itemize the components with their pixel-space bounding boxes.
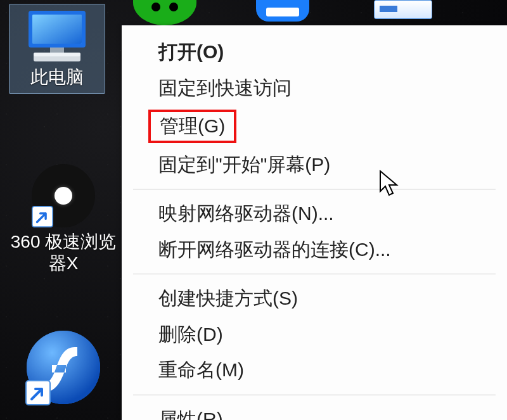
svg-rect-2	[32, 15, 82, 44]
menu-item-pin-quick-access[interactable]: 固定到快速访问	[122, 70, 507, 106]
menu-item-map-drive[interactable]: 映射网络驱动器(N)...	[122, 196, 507, 232]
context-menu: 打开(O) 固定到快速访问 管理(G) 固定到"开始"屏幕(P) 映射网络驱动器…	[122, 25, 507, 420]
wechat-icon[interactable]	[133, 0, 196, 25]
menu-separator	[133, 274, 496, 274]
menu-separator	[133, 189, 496, 189]
app-icon[interactable]	[374, 0, 432, 19]
desktop-icon-label: 360 极速浏览器X	[6, 231, 120, 274]
computer-icon	[22, 8, 92, 65]
menu-item-pin-start[interactable]: 固定到"开始"屏幕(P)	[122, 147, 507, 183]
shortcut-arrow-icon	[25, 380, 51, 405]
menu-item-create-shortcut[interactable]: 创建快捷方式(S)	[122, 281, 507, 317]
desktop-icon-flash[interactable]	[19, 329, 108, 405]
menu-separator	[133, 395, 496, 395]
desktop-background: 此电脑	[0, 0, 507, 420]
app-icon[interactable]	[256, 0, 309, 22]
menu-item-open[interactable]: 打开(O)	[122, 34, 507, 70]
menu-item-disconnect-drive[interactable]: 断开网络驱动器的连接(C)...	[122, 232, 507, 268]
svg-rect-3	[50, 48, 64, 53]
desktop-icon-360-browser[interactable]: 360 极速浏览器X	[6, 162, 120, 274]
menu-item-rename[interactable]: 重命名(M)	[122, 352, 507, 388]
desktop-icon-label: 此电脑	[30, 67, 84, 88]
menu-item-delete[interactable]: 删除(D)	[122, 317, 507, 353]
desktop-icon-this-pc[interactable]: 此电脑	[9, 4, 105, 94]
menu-item-properties[interactable]: 属性(R)	[122, 402, 507, 421]
svg-rect-5	[34, 53, 80, 56]
menu-item-manage[interactable]: 管理(G)	[148, 110, 236, 143]
shortcut-arrow-icon	[32, 206, 53, 227]
svg-point-8	[55, 187, 72, 205]
